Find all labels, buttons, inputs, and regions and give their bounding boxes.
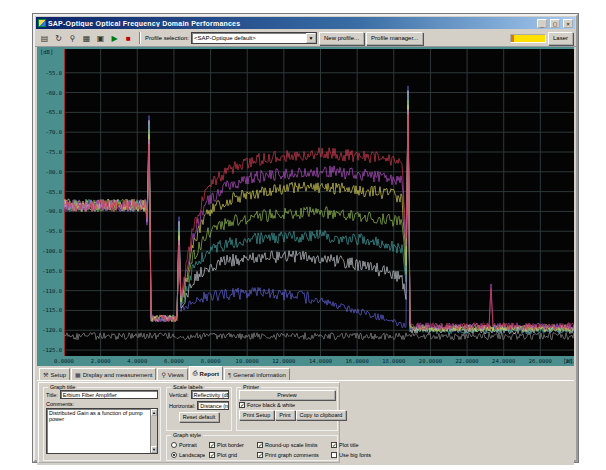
bottom-area: Graph title Title: Erbium Fiber Amplifie… [37,381,574,465]
info-icon: ¶ [228,372,231,378]
tab-label: Display and measurement [83,372,153,378]
profile-select[interactable]: <SAP-Optique default> ▼ [191,32,317,44]
open-icon: ▤ [41,34,49,43]
x-tick-label: 28.0000 [563,358,574,364]
x-tick-label: 14.0000 [307,358,335,364]
tab-display-and-measurement[interactable]: ▦Display and measurement [71,368,156,380]
print-button[interactable]: Print [275,410,294,420]
x-tick-label: 26.0000 [526,358,554,364]
toolbar-button-layout[interactable]: ▦ [80,32,93,45]
option-label: Plot grid [217,452,237,458]
check-box[interactable]: ✓ [331,442,337,448]
title-input[interactable]: Erbium Fiber Amplifier [60,390,158,399]
x-tick-label: 12.0000 [270,358,298,364]
force-bw-checkbox[interactable]: ✓ [239,402,245,408]
graph-frame: [dB] [m] -55.0-60.0-65.0-70.0-75.0-80.0-… [37,47,574,366]
copy-to-clipboard-button[interactable]: Copy to clipboard [296,410,347,420]
toolbar-button-open[interactable]: ▤ [38,32,51,45]
display-icon: ▣ [97,34,105,43]
scale-labels-group: Scale labels Vertical: Reflectivity (dB)… [166,387,232,431]
tab-report[interactable]: ⎙Report [189,366,223,380]
checkbox-round-up-scale-limits[interactable]: ✓Round-up scale limits [257,442,327,448]
radio-box[interactable] [171,452,177,458]
run-icon: ▶ [111,34,117,43]
printer-icon: ⎙ [193,370,198,377]
comments-input[interactable]: Distributed Gain as a function of pump p… [46,408,158,454]
option-label: Plot border [217,442,244,448]
wrench-icon: ⚒ [43,371,48,378]
graph-style-group: Graph style Portrait✓Plot border✓Round-u… [166,435,338,461]
tab-general-information[interactable]: ¶General information [224,368,290,380]
option-label: Round-up scale limits [265,442,318,448]
reset-default-button[interactable]: Reset default [179,412,219,422]
radio-landscape[interactable]: Landscape [171,452,205,458]
toolbar-button-run[interactable]: ▶ [108,32,121,45]
toolbar-button-refresh[interactable]: ↻ [52,32,65,45]
x-tick-label: 16.0000 [343,358,371,364]
checkbox-plot-border[interactable]: ✓Plot border [209,442,253,448]
vertical-label: Vertical: [169,392,189,398]
profile-selection-label: Profile selection: [145,35,189,41]
x-tick-label: 18.0000 [380,358,408,364]
tab-views[interactable]: ⚲Views [157,368,187,380]
x-tick-label: 8.0000 [197,358,225,364]
check-box[interactable]: ✓ [209,442,215,448]
y-tick-label: -125.0 [38,347,62,353]
checkbox-use-big-fonts[interactable]: Use big fonts [331,452,381,458]
x-tick-label: 4.0000 [123,358,151,364]
tab-label: General information [233,372,286,378]
refresh-icon: ↻ [55,34,62,43]
series-pump-level-3 [64,105,574,332]
radio-box[interactable] [171,442,177,448]
checkbox-plot-grid[interactable]: ✓Plot grid [209,452,253,458]
preview-button[interactable]: Preview [239,390,335,400]
laser-button[interactable]: Laser [548,32,573,45]
horizontal-input[interactable]: Distance (m) [197,401,229,410]
printer-group-label: Printer [241,384,261,390]
y-tick-label: -95.0 [38,228,62,234]
radio-portrait[interactable]: Portrait [171,442,205,448]
check-box[interactable]: ✓ [257,452,263,458]
check-box[interactable]: ✓ [209,452,215,458]
check-box[interactable]: ✓ [257,442,263,448]
checkbox-plot-title[interactable]: ✓Plot title [331,442,381,448]
x-tick-label: 10.0000 [233,358,261,364]
comments-scrollbar[interactable]: ▲ ▼ [150,409,157,453]
tab-label: Report [200,371,219,377]
title-label: Title: [46,392,58,398]
toolbar: ▤↻⚲▦▣▶■ Profile selection: <SAP-Optique … [35,30,576,47]
chevron-down-icon[interactable]: ▼ [306,33,316,43]
series-noise-floor [64,333,574,340]
laser-power-gauge [510,34,546,43]
option-label: Plot title [339,442,359,448]
y-tick-label: -65.0 [38,109,62,115]
stop-icon: ■ [126,34,131,43]
toolbar-button-zoom[interactable]: ⚲ [66,32,79,45]
magnifier-icon: ⚲ [161,371,165,378]
checkbox-print-graph-comments[interactable]: ✓Print graph comments [257,452,327,458]
toolbar-button-display[interactable]: ▣ [94,32,107,45]
titlebar[interactable]: SAP-Optique Optical Frequency Domain Per… [36,17,575,29]
profile-select-value: <SAP-Optique default> [194,35,256,41]
profile-manager-button[interactable]: Profile manager... [366,32,423,45]
x-tick-label: 22.0000 [453,358,481,364]
close-button[interactable]: × [563,19,573,28]
y-tick-label: -85.0 [38,189,62,195]
scroll-up-icon[interactable]: ▲ [151,409,157,416]
scroll-down-icon[interactable]: ▼ [151,446,157,453]
comments-label: Comments: [46,401,74,407]
maximize-button[interactable]: □ [550,19,560,28]
vertical-input[interactable]: Reflectivity (dB) [191,390,229,399]
x-tick-label: 20.0000 [416,358,444,364]
minimize-button[interactable]: _ [537,19,547,28]
new-profile-button[interactable]: New profile... [319,32,364,45]
chart [64,49,574,356]
check-box[interactable] [331,452,337,458]
plot-area[interactable] [64,49,574,356]
toolbar-button-stop[interactable]: ■ [122,32,135,45]
app-window: SAP-Optique Optical Frequency Domain Per… [33,14,578,462]
report-panel: Graph title Title: Erbium Fiber Amplifie… [38,382,340,463]
tab-setup[interactable]: ⚒Setup [39,368,70,380]
print-setup-button[interactable]: Print Setup [239,410,274,420]
y-tick-label: -110.0 [38,288,62,294]
